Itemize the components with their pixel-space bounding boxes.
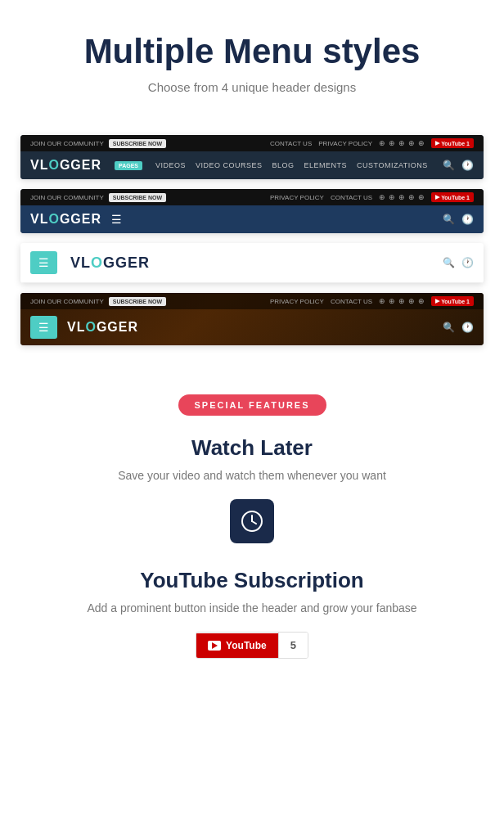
watch-later-icon [230, 499, 274, 543]
menu-card-4: JOIN OUR COMMUNITY SUBSCRIBE NOW PRIVACY… [20, 293, 484, 345]
yt-icon-small-2: ▶ [435, 194, 439, 200]
youtube-badge-small-4: ▶ YouTube 1 [431, 296, 474, 306]
card1-topbar-left: JOIN OUR COMMUNITY SUBSCRIBE NOW [30, 139, 166, 148]
nav-icons-right-3: 🔍 🕐 [443, 257, 474, 268]
nav-icons-right-4: 🔍 🕐 [443, 322, 474, 333]
play-triangle [212, 642, 218, 649]
card2-nav: VLOGGER ☰ 🔍 🕐 [20, 205, 484, 233]
clock-icon-1[interactable]: 🕐 [461, 160, 474, 171]
search-icon-4[interactable]: 🔍 [443, 322, 455, 333]
card4-nav: ☰ VLOGGER 🔍 🕐 [20, 309, 484, 345]
card3-nav: ☰ VLOGGER 🔍 🕐 [20, 243, 484, 283]
special-features-section: SPECIAL FEATURES Watch Later Save your v… [0, 362, 504, 700]
clock-icon-3[interactable]: 🕐 [461, 257, 474, 268]
yt-count-small-2: 1 [466, 195, 470, 200]
pages-badge: PAGES [115, 161, 142, 170]
watch-later-feature: Watch Later Save your video and watch th… [25, 435, 479, 543]
card2-topbar: JOIN OUR COMMUNITY SUBSCRIBE NOW PRIVACY… [20, 189, 484, 205]
social-icon-4: ⊕ [408, 139, 415, 147]
yt-label-small-2: YouTube [441, 195, 465, 200]
nav-items: VIDEOS VIDEO COURSES BLOG ELEMENTS CUSTO… [155, 161, 428, 169]
watch-later-title: Watch Later [25, 435, 479, 461]
social-icon-2: ⊕ [389, 139, 395, 147]
youtube-subscription-desc: Add a prominent button inside the header… [25, 600, 479, 617]
yt-icon-small-4: ▶ [435, 298, 439, 304]
menu-cards-container: JOIN OUR COMMUNITY SUBSCRIBE NOW CONTACT… [0, 119, 504, 362]
yt-label-small: YouTube [441, 141, 465, 146]
watch-later-desc: Save your video and watch them whenever … [25, 467, 479, 484]
social-icons-2: ⊕ ⊕ ⊕ ⊕ ⊕ [379, 193, 425, 201]
menu-card-2: JOIN OUR COMMUNITY SUBSCRIBE NOW PRIVACY… [20, 189, 484, 233]
youtube-subscription-feature: YouTube Subscription Add a prominent but… [25, 568, 479, 659]
clock-icon-4[interactable]: 🕐 [461, 322, 474, 333]
hero-section: Multiple Menu styles Choose from 4 uniqu… [0, 0, 504, 119]
nav-icons-right-1: 🔍 🕐 [443, 160, 474, 171]
youtube-subscription-widget[interactable]: YouTube 5 [196, 632, 308, 659]
privacy-policy-link-2[interactable]: PRIVACY POLICY [270, 194, 324, 201]
search-icon-1[interactable]: 🔍 [443, 160, 455, 171]
nav-elements[interactable]: ELEMENTS [304, 161, 348, 169]
card1-topbar-right: CONTACT US PRIVACY POLICY ⊕ ⊕ ⊕ ⊕ ⊕ ▶ Yo… [270, 138, 474, 148]
youtube-subscriber-count: 5 [278, 633, 308, 658]
nav-blog[interactable]: BLOG [272, 161, 295, 169]
social-icons-4: ⊕ ⊕ ⊕ ⊕ ⊕ [379, 297, 425, 305]
social-icon-1: ⊕ [379, 139, 385, 147]
social-icon-4-3: ⊕ [398, 297, 405, 305]
yt-count-small-4: 1 [466, 299, 470, 304]
vlogger-logo-4: VLOGGER [67, 320, 138, 335]
hero-subtitle: Choose from 4 unique header designs [25, 80, 479, 94]
search-icon-3[interactable]: 🔍 [443, 257, 455, 268]
youtube-subscription-title: YouTube Subscription [25, 568, 479, 593]
vlogger-logo-3: VLOGGER [70, 254, 150, 272]
card1-nav: VLOGGER PAGES VIDEOS VIDEO COURSES BLOG … [20, 151, 484, 179]
yt-count-small: 1 [466, 141, 470, 146]
card4-topbar: JOIN OUR COMMUNITY SUBSCRIBE NOW PRIVACY… [20, 293, 484, 309]
vlogger-logo-2: VLOGGER [30, 212, 101, 227]
hero-title: Multiple Menu styles [25, 33, 479, 70]
privacy-policy-link[interactable]: PRIVACY POLICY [318, 140, 372, 147]
special-features-badge: SPECIAL FEATURES [178, 394, 326, 416]
menu-card-1: JOIN OUR COMMUNITY SUBSCRIBE NOW CONTACT… [20, 135, 484, 179]
nav-customizations[interactable]: CUSTOMIZATIONS [357, 161, 428, 169]
nav-videos[interactable]: VIDEOS [155, 161, 186, 169]
social-icon-2-3: ⊕ [398, 193, 405, 201]
vlogger-logo-1: VLOGGER [30, 158, 101, 173]
hamburger-icon-2[interactable]: ☰ [111, 213, 122, 226]
privacy-policy-link-4[interactable]: PRIVACY POLICY [270, 298, 324, 305]
youtube-subscribe-button[interactable]: YouTube [196, 633, 278, 658]
social-icon-4-2: ⊕ [389, 297, 395, 305]
card1-topbar: JOIN OUR COMMUNITY SUBSCRIBE NOW CONTACT… [20, 135, 484, 151]
menu-btn-teal[interactable]: ☰ [30, 251, 57, 274]
social-icon-5: ⊕ [418, 139, 425, 147]
yt-label-small-4: YouTube [441, 299, 465, 304]
subscribe-btn-small-2[interactable]: SUBSCRIBE NOW [109, 193, 166, 202]
svg-line-2 [252, 521, 256, 524]
social-icon-4-1: ⊕ [379, 297, 385, 305]
youtube-label: YouTube [226, 640, 267, 651]
search-icon-2[interactable]: 🔍 [443, 214, 455, 225]
youtube-badge-small: ▶ YouTube 1 [431, 138, 474, 148]
social-icon-2-1: ⊕ [379, 193, 385, 201]
subscribe-btn-small[interactable]: SUBSCRIBE NOW [109, 139, 166, 148]
social-icon-2-4: ⊕ [408, 193, 415, 201]
menu-card-3: ☰ VLOGGER 🔍 🕐 [20, 243, 484, 283]
contact-us-link-2[interactable]: CONTACT US [331, 194, 372, 201]
contact-us-link-4[interactable]: CONTACT US [331, 298, 372, 305]
youtube-play-icon [208, 641, 221, 651]
social-icon-2-5: ⊕ [418, 193, 425, 201]
social-icon-4-4: ⊕ [408, 297, 415, 305]
clock-svg-icon [241, 510, 263, 533]
contact-us-link[interactable]: CONTACT US [270, 140, 312, 147]
menu-btn-teal-4[interactable]: ☰ [30, 316, 57, 339]
nav-video-courses[interactable]: VIDEO COURSES [196, 161, 263, 169]
join-community-text-2: JOIN OUR COMMUNITY [30, 194, 104, 201]
clock-icon-2[interactable]: 🕐 [461, 214, 474, 225]
youtube-badge-small-2: ▶ YouTube 1 [431, 192, 474, 202]
social-icon-2-2: ⊕ [389, 193, 395, 201]
nav-icons-right-2: 🔍 🕐 [443, 214, 474, 225]
join-community-text: JOIN OUR COMMUNITY [30, 140, 104, 147]
yt-icon-small: ▶ [435, 140, 439, 146]
social-icons: ⊕ ⊕ ⊕ ⊕ ⊕ [379, 139, 425, 147]
subscribe-btn-small-4[interactable]: SUBSCRIBE NOW [109, 297, 166, 306]
join-community-text-4: JOIN OUR COMMUNITY [30, 298, 104, 305]
